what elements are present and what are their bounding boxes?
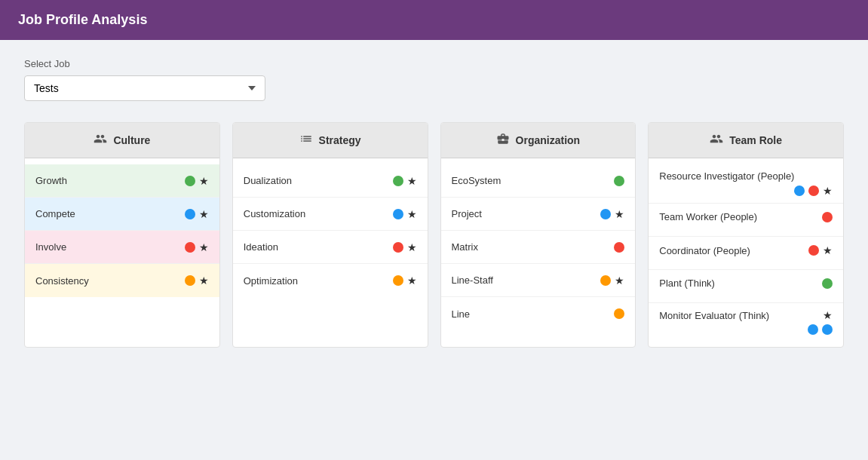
team-role-column: Team Role Resource Investigator (People)… — [648, 122, 844, 348]
team-role-label: Plant (Think) — [659, 278, 715, 289]
list-item: Dualization ★ — [233, 164, 428, 198]
star-icon: ★ — [823, 244, 833, 256]
list-item: Growth ★ — [25, 164, 219, 198]
team-role-label: Monitor Evaluator (Think) — [659, 310, 769, 321]
item-indicators: ★ — [600, 274, 624, 287]
star-icon: ★ — [823, 309, 833, 321]
list-item: Team Worker (People) — [649, 204, 843, 237]
page-title: Job Profile Analysis — [18, 12, 147, 27]
analysis-grid: Culture Growth ★ Compete ★ — [24, 122, 844, 348]
strategy-title: Strategy — [319, 134, 361, 146]
item-indicators: ★ — [659, 185, 833, 197]
item-indicators: ★ — [185, 208, 209, 220]
item-indicators: ★ — [808, 244, 833, 256]
organization-header: Organization — [441, 123, 636, 158]
culture-items: Growth ★ Compete ★ Inv — [25, 158, 219, 303]
app-container: Job Profile Analysis Select Job Tests Jo… — [0, 0, 868, 460]
list-item: Line — [441, 297, 636, 330]
star-icon: ★ — [199, 241, 209, 253]
list-item: Customization ★ — [233, 198, 428, 231]
orange-dot — [393, 275, 403, 286]
item-label: Involve — [35, 241, 185, 253]
team-role-label: Resource Investigator (People) — [659, 170, 833, 182]
item-indicators — [614, 308, 624, 319]
list-item: Ideation ★ — [233, 231, 428, 264]
item-indicators — [614, 242, 624, 253]
item-indicators: ★ — [393, 175, 417, 187]
culture-icon — [94, 132, 107, 149]
star-icon: ★ — [615, 208, 624, 220]
organization-icon — [496, 132, 510, 149]
strategy-items: Dualization ★ Customization ★ — [233, 158, 428, 303]
list-item: EcoSystem — [441, 164, 636, 198]
list-item: Compete ★ — [25, 198, 219, 231]
strategy-icon — [299, 132, 313, 149]
culture-title: Culture — [113, 134, 150, 146]
list-item: Resource Investigator (People) ★ — [649, 164, 843, 204]
item-indicators — [822, 278, 833, 289]
team-role-icon — [710, 132, 723, 149]
team-role-label: Team Worker (People) — [659, 211, 757, 222]
item-indicators: ★ — [393, 241, 417, 253]
list-item: Optimization ★ — [233, 264, 428, 297]
blue-dot — [794, 186, 805, 196]
team-role-label: Coordinator (People) — [659, 245, 750, 256]
red-dot — [808, 186, 819, 196]
culture-header: Culture — [25, 123, 219, 158]
item-indicators: ★ — [185, 274, 209, 287]
organization-title: Organization — [516, 134, 581, 146]
orange-dot — [185, 275, 195, 286]
item-label: Project — [452, 208, 601, 219]
item-indicators: ★ — [185, 241, 209, 253]
item-label: Ideation — [244, 241, 393, 253]
green-dot — [393, 176, 403, 186]
strategy-column: Strategy Dualization ★ Customization — [232, 122, 428, 348]
item-indicators: ★ — [823, 309, 833, 321]
item-indicators: ★ — [185, 175, 209, 187]
blue-dot — [185, 209, 195, 219]
star-icon: ★ — [407, 175, 417, 187]
organization-items: EcoSystem Project ★ Matrix — [441, 158, 636, 336]
item-indicators — [822, 212, 833, 222]
strategy-header: Strategy — [233, 123, 428, 158]
green-dot — [185, 176, 195, 186]
blue-dot-2 — [822, 324, 833, 335]
star-icon: ★ — [407, 241, 417, 253]
item-indicators: ★ — [393, 208, 417, 220]
organization-column: Organization EcoSystem Project ★ — [440, 122, 636, 348]
list-item: Coordinator (People) ★ — [649, 237, 843, 270]
main-content: Select Job Tests Job 1 Job 2 Culture Gro… — [0, 40, 868, 366]
list-item: Plant (Think) — [649, 270, 843, 303]
team-role-items: Resource Investigator (People) ★ Team Wo… — [649, 158, 843, 347]
item-label: Compete — [35, 208, 185, 219]
blue-dot — [600, 209, 611, 219]
red-dot — [393, 242, 403, 253]
star-icon: ★ — [823, 185, 833, 197]
blue-dot — [393, 209, 403, 219]
item-indicators: ★ — [393, 274, 417, 287]
item-indicators: ★ — [600, 208, 624, 220]
item-label: Line — [452, 308, 615, 320]
item-label: Dualization — [244, 175, 393, 186]
orange-dot — [600, 275, 611, 286]
item-indicators — [614, 176, 624, 186]
orange-dot — [614, 308, 624, 319]
item-label: Growth — [35, 175, 185, 186]
item-label: Matrix — [452, 241, 615, 253]
list-item: Matrix — [441, 231, 636, 264]
culture-column: Culture Growth ★ Compete ★ — [24, 122, 220, 348]
star-icon: ★ — [615, 274, 624, 287]
job-select[interactable]: Tests Job 1 Job 2 — [24, 75, 265, 101]
select-job-label: Select Job — [24, 58, 844, 69]
red-dot — [808, 245, 819, 256]
red-dot — [822, 212, 833, 222]
green-dot — [614, 176, 624, 186]
star-icon: ★ — [407, 274, 417, 287]
item-label: Optimization — [244, 275, 393, 287]
star-icon: ★ — [199, 208, 209, 220]
list-item: Involve ★ — [25, 231, 219, 264]
red-dot — [185, 242, 195, 253]
list-item: Consistency ★ — [25, 264, 219, 297]
red-dot — [614, 242, 624, 253]
item-label: Line-Staff — [452, 274, 601, 286]
